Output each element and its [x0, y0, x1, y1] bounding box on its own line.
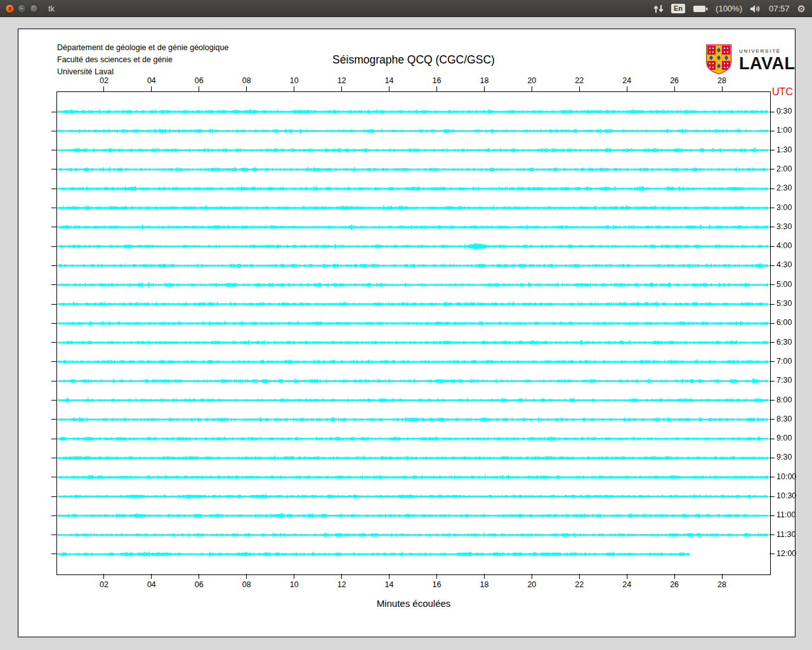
x-tick-bottom — [579, 574, 580, 579]
session-gear-icon[interactable]: ⚙ — [797, 4, 806, 13]
utc-time-label: 0:30 — [776, 107, 792, 116]
x-tick-label-top: 14 — [379, 76, 400, 85]
x-tick-label-top: 06 — [188, 76, 210, 85]
x-tick-bottom — [199, 574, 199, 579]
chart-title: Séismographe QCQ (CGC/GSC) — [18, 53, 809, 67]
x-tick-label-bottom: 20 — [521, 580, 542, 589]
x-tick-label-top: 20 — [521, 76, 542, 85]
network-updown-icon[interactable] — [653, 4, 664, 13]
clock[interactable]: 07:57 — [769, 4, 790, 13]
university-laval-logo: UNIVERSITÉ LAVAL — [704, 44, 795, 77]
trace-tick-left — [51, 131, 56, 131]
utc-time-label: 8:00 — [776, 395, 792, 404]
trace-tick-right — [769, 342, 775, 343]
window-titlebar[interactable]: x − □ tk En (100%) 07:57 ⚙ — [0, 0, 812, 17]
x-tick-top — [246, 86, 247, 91]
trace-tick-left — [51, 400, 56, 401]
x-tick-top — [199, 86, 199, 91]
x-tick-top — [579, 86, 580, 91]
trace-tick-left — [51, 189, 56, 189]
x-tick-top — [389, 86, 390, 91]
trace-tick-left — [51, 342, 56, 343]
utc-time-label: 2:00 — [776, 164, 792, 173]
trace-tick-left — [51, 265, 56, 266]
x-tick-top — [294, 86, 294, 91]
trace-tick-left — [51, 496, 56, 497]
utc-time-label: 10:00 — [776, 472, 796, 481]
x-tick-top — [532, 86, 532, 91]
x-tick-label-top: 16 — [426, 76, 447, 85]
utc-time-label: 1:00 — [776, 126, 792, 135]
trace-tick-right — [769, 150, 775, 150]
trace-tick-right — [769, 112, 775, 112]
utc-time-label: 4:00 — [776, 241, 792, 250]
battery-percent[interactable]: (100%) — [716, 4, 742, 13]
volume-icon[interactable] — [750, 4, 761, 13]
utc-time-label: 8:30 — [776, 415, 792, 423]
x-tick-label-top: 18 — [473, 76, 495, 85]
utc-axis-title: UTC — [772, 86, 793, 98]
trace-tick-left — [51, 458, 56, 458]
trace-tick-left — [51, 246, 56, 247]
utc-time-label: 9:00 — [776, 434, 792, 442]
trace-tick-right — [769, 515, 775, 516]
x-tick-label-top: 08 — [236, 76, 258, 85]
utc-time-label: 7:00 — [776, 357, 792, 366]
x-tick-label-top: 12 — [331, 76, 353, 85]
keyboard-layout-indicator[interactable]: En — [671, 4, 685, 13]
x-tick-bottom — [532, 574, 532, 579]
x-tick-label-top: 10 — [284, 76, 305, 85]
trace-tick-right — [769, 227, 775, 227]
close-button[interactable]: x — [5, 4, 15, 13]
utc-time-label: 11:00 — [776, 510, 796, 519]
org-line-1: Département de géologie et de génie géol… — [57, 42, 228, 54]
trace-tick-left — [51, 323, 56, 324]
x-tick-label-bottom: 08 — [236, 580, 258, 589]
x-tick-label-bottom: 14 — [379, 580, 400, 589]
x-tick-label-bottom: 18 — [473, 580, 495, 589]
maximize-button[interactable]: □ — [29, 4, 39, 13]
utc-time-label: 5:00 — [776, 280, 792, 289]
trace-tick-left — [51, 381, 56, 381]
trace-tick-right — [769, 208, 775, 208]
x-tick-top — [722, 86, 723, 91]
x-tick-label-bottom: 24 — [616, 580, 638, 589]
trace-tick-left — [51, 304, 56, 305]
trace-tick-left — [51, 554, 56, 554]
trace-tick-right — [769, 477, 775, 477]
utc-time-label: 9:30 — [776, 453, 792, 461]
laval-shield-icon — [704, 44, 734, 77]
trace-tick-left — [51, 361, 56, 362]
x-tick-top — [151, 86, 152, 91]
trace-tick-right — [769, 458, 775, 458]
trace-tick-left — [51, 227, 56, 227]
utc-time-label: 7:30 — [776, 376, 792, 385]
x-tick-label-top: 02 — [93, 76, 115, 85]
trace-tick-left — [51, 208, 56, 208]
x-tick-label-bottom: 06 — [188, 580, 210, 589]
utc-time-label: 10:30 — [776, 491, 796, 500]
x-tick-bottom — [341, 574, 342, 579]
system-tray: En (100%) 07:57 ⚙ — [653, 0, 806, 17]
x-tick-label-top: 04 — [141, 76, 162, 85]
x-tick-top — [674, 86, 675, 91]
x-tick-top — [436, 86, 437, 91]
utc-time-label: 5:30 — [776, 299, 792, 308]
x-tick-label-top: 22 — [568, 76, 590, 85]
x-tick-top — [341, 86, 342, 91]
utc-time-label: 3:00 — [776, 203, 792, 212]
window-title: tk — [48, 4, 55, 13]
battery-icon[interactable] — [693, 5, 708, 13]
x-tick-bottom — [436, 574, 437, 579]
utc-time-label: 1:30 — [776, 145, 792, 154]
x-tick-bottom — [484, 574, 485, 579]
trace-tick-left — [51, 169, 56, 169]
minimize-button[interactable]: − — [17, 4, 27, 13]
trace-tick-right — [769, 381, 775, 381]
trace-tick-left — [51, 515, 56, 516]
trace-tick-right — [769, 323, 775, 324]
trace-tick-right — [769, 169, 775, 169]
x-tick-top — [103, 86, 104, 91]
trace-tick-left — [51, 477, 56, 477]
trace-tick-left — [51, 150, 56, 150]
